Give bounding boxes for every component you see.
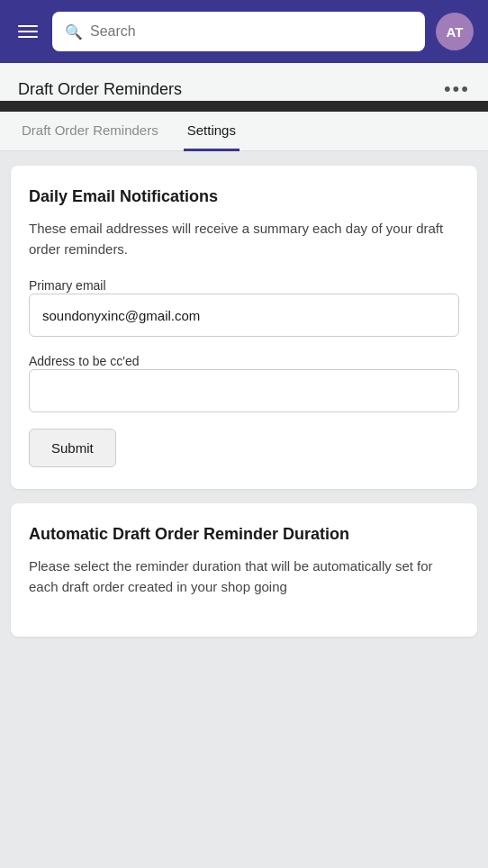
top-nav: 🔍 AT — [0, 0, 488, 63]
primary-email-input[interactable] — [29, 294, 459, 337]
search-bar: 🔍 — [52, 12, 425, 51]
auto-reminder-title: Automatic Draft Order Reminder Duration — [29, 525, 459, 544]
tab-settings[interactable]: Settings — [184, 112, 239, 151]
tabs-container: Draft Order Reminders Settings — [0, 112, 488, 151]
search-icon: 🔍 — [65, 23, 83, 41]
daily-email-description: These email addresses will receive a sum… — [29, 219, 459, 259]
cc-email-field: Address to be cc'ed — [29, 353, 459, 429]
primary-email-label: Primary email — [29, 278, 106, 293]
daily-email-card: Daily Email Notifications These email ad… — [11, 166, 477, 489]
hamburger-menu-button[interactable] — [14, 22, 41, 41]
auto-reminder-card: Automatic Draft Order Reminder Duration … — [11, 503, 477, 637]
primary-email-field: Primary email — [29, 277, 459, 353]
submit-button[interactable]: Submit — [29, 429, 116, 467]
daily-email-title: Daily Email Notifications — [29, 187, 459, 206]
cc-email-input[interactable] — [29, 369, 459, 412]
auto-reminder-description: Please select the reminder duration that… — [29, 556, 459, 597]
content-area: Daily Email Notifications These email ad… — [0, 151, 488, 868]
page-header: Draft Order Reminders ••• — [0, 63, 488, 101]
cc-email-label: Address to be cc'ed — [29, 354, 140, 368]
more-options-icon[interactable]: ••• — [444, 77, 470, 101]
tab-draft-order-reminders[interactable]: Draft Order Reminders — [18, 112, 162, 151]
page-title: Draft Order Reminders — [18, 80, 182, 99]
page-wrapper: 🔍 AT Draft Order Reminders ••• Draft Ord… — [0, 0, 488, 868]
avatar[interactable]: AT — [436, 13, 474, 50]
search-input[interactable] — [90, 23, 412, 40]
